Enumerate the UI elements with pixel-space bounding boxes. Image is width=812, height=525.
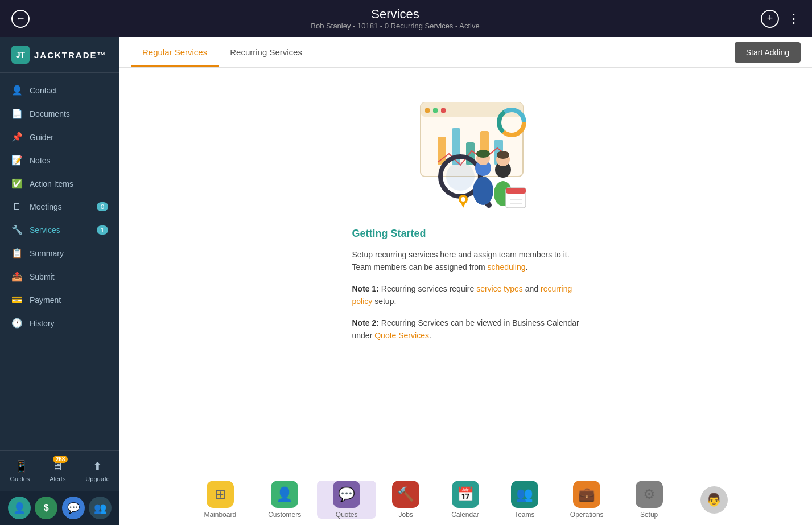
back-button[interactable]: ← <box>11 10 30 28</box>
summary-label: Summary <box>30 249 64 258</box>
sidebar-item-contact[interactable]: 👤 Contact <box>0 79 119 102</box>
tabs: Regular Services Recurring Services <box>131 39 314 66</box>
svg-point-19 <box>476 150 490 158</box>
setup-label: Setup <box>640 511 658 519</box>
nav-item-left: 🗓 Meetings <box>11 202 62 212</box>
nav-item-left: 📌 Guider <box>11 132 53 142</box>
documents-label: Documents <box>30 109 70 118</box>
sidebar-item-guider[interactable]: 📌 Guider <box>0 125 119 149</box>
quotes-icon: 💬 <box>333 481 360 508</box>
history-icon: 🕐 <box>11 318 23 329</box>
note-1: Note 1: Recurring services require servi… <box>352 282 580 308</box>
setup-icon: ⚙ <box>636 481 663 508</box>
bottom-bar-operations[interactable]: 💼 Operations <box>554 481 620 519</box>
nav-item-left: 🔧 Services <box>11 224 60 235</box>
bottom-nav-alerts[interactable]: 🖥 268 Alerts <box>50 460 65 482</box>
sidebar-item-meetings[interactable]: 🗓 Meetings 0 <box>0 195 119 218</box>
header-center: Services Bob Stanley - 10181 - 0 Recurri… <box>311 7 479 30</box>
svg-point-17 <box>473 177 493 205</box>
bottom-bar: ⊞ Mainboard 👤 Customers 💬 Quotes 🔨 Jobs … <box>119 474 812 525</box>
bottom-bar-quotes[interactable]: 💬 Quotes <box>317 481 376 519</box>
profile-row: 👤 $ 💬 👥 <box>0 491 119 525</box>
sidebar-item-action-items[interactable]: ✅ Action Items <box>0 172 119 195</box>
profile-dollar-icon[interactable]: $ <box>35 497 57 519</box>
sidebar-nav: 👤 Contact 📄 Documents 📌 Guider 📝 Notes ✅… <box>0 73 119 450</box>
profile-person-icon[interactable]: 👤 <box>8 497 31 519</box>
getting-started-intro: Setup recurring services here and assign… <box>352 248 580 274</box>
bottom-nav-upgrade[interactable]: ⬆ Upgrade <box>85 460 109 482</box>
svg-rect-25 <box>506 188 526 194</box>
main-content: Getting Started Setup recurring services… <box>119 68 812 474</box>
logo-icon: JT <box>11 46 30 64</box>
svg-rect-4 <box>441 108 446 113</box>
bottom-nav-guides[interactable]: 📱 Guides <box>10 460 30 482</box>
calendar-label: Calendar <box>451 511 479 519</box>
operations-icon: 💼 <box>573 481 600 508</box>
calendar-icon: 📅 <box>452 481 479 508</box>
history-label: History <box>30 319 55 328</box>
user-avatar: 👨 <box>700 486 728 514</box>
bottom-bar-jobs[interactable]: 🔨 Jobs <box>376 481 435 519</box>
add-button[interactable]: + <box>761 10 779 28</box>
logo-text: JACKTRADE™ <box>34 50 107 60</box>
main-layout: JT JACKTRADE™ 👤 Contact 📄 Documents 📌 Gu… <box>0 37 812 525</box>
bottom-bar-avatar[interactable]: 👨 <box>685 486 744 514</box>
contact-label: Contact <box>30 86 57 95</box>
guides-label: Guides <box>10 475 30 482</box>
meetings-icon: 🗓 <box>11 202 23 212</box>
service-types-link[interactable]: service types <box>476 284 523 293</box>
meetings-badge: 0 <box>97 202 108 211</box>
payment-icon: 💳 <box>11 294 23 305</box>
nav-item-left: 📝 Notes <box>11 155 51 166</box>
sidebar-item-notes[interactable]: 📝 Notes <box>0 149 119 172</box>
bottom-bar-customers[interactable]: 👤 Customers <box>252 481 317 519</box>
jobs-label: Jobs <box>398 511 413 519</box>
profile-chat-icon[interactable]: 💬 <box>62 497 85 519</box>
bottom-bar-teams[interactable]: 👥 Teams <box>495 481 554 519</box>
nav-item-left: ✅ Action Items <box>11 178 73 189</box>
page-title: Services <box>311 7 479 22</box>
top-header: ← Services Bob Stanley - 10181 - 0 Recur… <box>0 0 812 37</box>
customers-icon: 👤 <box>271 481 298 508</box>
bottom-bar-calendar[interactable]: 📅 Calendar <box>435 481 495 519</box>
bottom-bar-mainboard[interactable]: ⊞ Mainboard <box>188 481 252 519</box>
notes-icon: 📝 <box>11 155 23 166</box>
notes-label: Notes <box>30 156 51 165</box>
page-subtitle: Bob Stanley - 10181 - 0 Recurring Servic… <box>311 22 479 30</box>
plus-icon: + <box>767 13 773 24</box>
nav-item-left: 📋 Summary <box>11 248 64 259</box>
sidebar-item-payment[interactable]: 💳 Payment <box>0 288 119 311</box>
nav-item-left: 🕐 History <box>11 318 55 329</box>
summary-icon: 📋 <box>11 248 23 259</box>
scheduling-link[interactable]: scheduling <box>488 262 526 272</box>
more-options-icon[interactable]: ⋮ <box>788 11 801 26</box>
sidebar-item-submit[interactable]: 📤 Submit <box>0 265 119 288</box>
customers-label: Customers <box>268 511 301 519</box>
tab-recurring-services[interactable]: Recurring Services <box>219 39 314 67</box>
upgrade-label: Upgrade <box>85 475 109 482</box>
start-adding-button[interactable]: Start Adding <box>735 42 801 63</box>
nav-item-left: 📄 Documents <box>11 108 70 119</box>
quotes-label: Quotes <box>336 511 358 519</box>
nav-item-left: 📤 Submit <box>11 271 55 282</box>
sidebar-item-services[interactable]: 🔧 Services 1 <box>0 218 119 241</box>
sidebar-item-history[interactable]: 🕐 History <box>0 311 119 335</box>
sidebar-item-documents[interactable]: 📄 Documents <box>0 102 119 125</box>
sidebar-item-summary[interactable]: 📋 Summary <box>0 241 119 265</box>
services-badge: 1 <box>97 225 108 235</box>
alerts-label: Alerts <box>50 475 65 482</box>
tab-regular-services[interactable]: Regular Services <box>131 39 219 67</box>
nav-item-left: 👤 Contact <box>11 85 57 96</box>
getting-started-title: Getting Started <box>352 228 580 240</box>
profile-people-icon[interactable]: 👥 <box>89 497 112 519</box>
svg-rect-3 <box>433 108 438 113</box>
nav-item-left: 💳 Payment <box>11 294 61 305</box>
getting-started-section: Getting Started Setup recurring services… <box>352 228 580 350</box>
quote-services-link[interactable]: Quote Services <box>374 331 429 340</box>
submit-label: Submit <box>30 272 55 281</box>
submit-icon: 📤 <box>11 271 23 282</box>
bottom-bar-setup[interactable]: ⚙ Setup <box>620 481 679 519</box>
payment-label: Payment <box>30 296 61 305</box>
meetings-label: Meetings <box>30 202 62 211</box>
upgrade-icon: ⬆ <box>92 460 103 473</box>
